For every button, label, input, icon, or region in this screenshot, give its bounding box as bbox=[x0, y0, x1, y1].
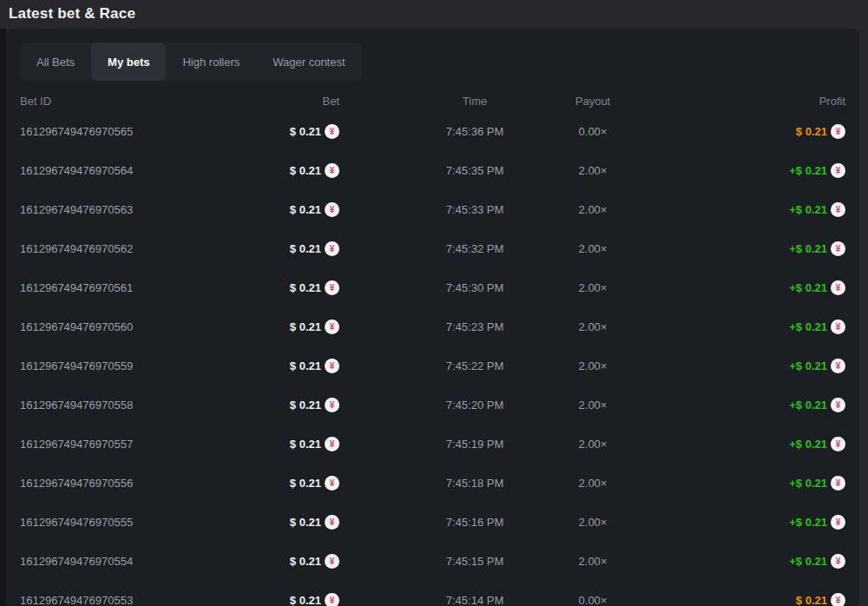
profit-amount: +$ 0.21 bbox=[789, 281, 827, 294]
jpy-coin-icon: ¥ bbox=[831, 554, 845, 569]
table-row[interactable]: 161296749476970558 $ 0.21 ¥ 7:45:20 PM 2… bbox=[20, 385, 845, 425]
jpy-coin-icon: ¥ bbox=[831, 476, 845, 491]
cell-profit: +$ 0.21 ¥ bbox=[654, 385, 845, 425]
jpy-coin-icon: ¥ bbox=[831, 241, 845, 256]
profit-amount: +$ 0.21 bbox=[789, 203, 827, 216]
page-left-edge bbox=[0, 29, 6, 606]
jpy-coin-icon: ¥ bbox=[831, 280, 845, 295]
table-row[interactable]: 161296749476970560 $ 0.21 ¥ 7:45:23 PM 2… bbox=[20, 307, 845, 346]
profit-amount: +$ 0.21 bbox=[789, 164, 827, 177]
bet-amount: $ 0.21 bbox=[290, 477, 321, 490]
profit-amount: +$ 0.21 bbox=[789, 555, 827, 568]
cell-bet-id: 161296749476970554 bbox=[20, 542, 237, 581]
jpy-coin-icon: ¥ bbox=[831, 359, 845, 373]
table-body: 161296749476970565 $ 0.21 ¥ 7:45:36 PM 0… bbox=[20, 112, 845, 606]
cell-bet: $ 0.21 ¥ bbox=[242, 190, 339, 229]
cell-payout: 2.00× bbox=[532, 307, 654, 346]
jpy-coin-icon: ¥ bbox=[325, 554, 339, 569]
table-row[interactable]: 161296749476970562 $ 0.21 ¥ 7:45:32 PM 2… bbox=[20, 229, 845, 268]
profit-amount: +$ 0.21 bbox=[789, 359, 827, 372]
cell-payout: 0.00× bbox=[532, 112, 654, 151]
jpy-coin-icon: ¥ bbox=[325, 280, 339, 295]
table-row[interactable]: 161296749476970559 $ 0.21 ¥ 7:45:22 PM 2… bbox=[20, 346, 845, 385]
bet-amount: $ 0.21 bbox=[290, 399, 321, 412]
cell-profit: +$ 0.21 ¥ bbox=[654, 190, 845, 229]
cell-payout: 2.00× bbox=[532, 385, 654, 425]
cell-bet-id: 161296749476970561 bbox=[20, 268, 237, 307]
cell-bet: $ 0.21 ¥ bbox=[242, 307, 339, 346]
cell-bet-id: 161296749476970557 bbox=[20, 425, 237, 464]
jpy-coin-icon: ¥ bbox=[831, 202, 845, 217]
profit-amount: $ 0.21 bbox=[796, 125, 827, 138]
cell-payout: 2.00× bbox=[532, 503, 654, 542]
table-row[interactable]: 161296749476970564 $ 0.21 ¥ 7:45:35 PM 2… bbox=[20, 151, 845, 190]
bet-amount: $ 0.21 bbox=[290, 203, 321, 216]
table-row[interactable]: 161296749476970563 $ 0.21 ¥ 7:45:33 PM 2… bbox=[20, 190, 845, 229]
cell-payout: 2.00× bbox=[532, 229, 654, 268]
jpy-coin-icon: ¥ bbox=[325, 319, 339, 334]
table-row[interactable]: 161296749476970556 $ 0.21 ¥ 7:45:18 PM 2… bbox=[20, 464, 845, 503]
bet-amount: $ 0.21 bbox=[290, 320, 321, 333]
page-title: Latest bet & Race bbox=[0, 0, 868, 23]
bet-amount: $ 0.21 bbox=[290, 594, 321, 606]
jpy-coin-icon: ¥ bbox=[325, 398, 339, 412]
header-bet: Bet bbox=[242, 89, 354, 112]
cell-profit: +$ 0.21 ¥ bbox=[654, 503, 845, 542]
header-profit: Profit bbox=[654, 89, 845, 112]
table-header-row: Bet ID Bet Time Payout Profit bbox=[20, 89, 845, 112]
jpy-coin-icon: ¥ bbox=[831, 163, 845, 178]
jpy-coin-icon: ¥ bbox=[325, 202, 339, 217]
bet-amount: $ 0.21 bbox=[290, 438, 321, 451]
bet-amount: $ 0.21 bbox=[290, 516, 321, 529]
cell-payout: 2.00× bbox=[532, 542, 654, 581]
jpy-coin-icon: ¥ bbox=[325, 476, 339, 491]
jpy-coin-icon: ¥ bbox=[831, 319, 845, 334]
cell-profit: +$ 0.21 ¥ bbox=[654, 464, 845, 503]
cell-profit: +$ 0.21 ¥ bbox=[654, 268, 845, 307]
table-row[interactable]: 161296749476970557 $ 0.21 ¥ 7:45:19 PM 2… bbox=[20, 425, 845, 464]
cell-bet-id: 161296749476970559 bbox=[20, 346, 237, 385]
cell-bet-id: 161296749476970562 bbox=[20, 229, 237, 268]
tab-my-bets[interactable]: My bets bbox=[91, 43, 166, 81]
tab-high-rollers[interactable]: High rollers bbox=[166, 43, 256, 81]
table-row[interactable]: 161296749476970553 $ 0.21 ¥ 7:45:14 PM 0… bbox=[20, 581, 845, 606]
cell-payout: 2.00× bbox=[532, 464, 654, 503]
cell-payout: 2.00× bbox=[532, 268, 654, 307]
cell-bet: $ 0.21 ¥ bbox=[242, 385, 339, 425]
bet-amount: $ 0.21 bbox=[290, 242, 321, 255]
tab-all-bets[interactable]: All Bets bbox=[20, 43, 91, 81]
cell-bet: $ 0.21 ¥ bbox=[242, 268, 339, 307]
bet-amount: $ 0.21 bbox=[290, 281, 321, 294]
profit-amount: +$ 0.21 bbox=[789, 242, 827, 255]
jpy-coin-icon: ¥ bbox=[325, 241, 339, 256]
cell-profit: $ 0.21 ¥ bbox=[654, 581, 845, 606]
cell-bet: $ 0.21 ¥ bbox=[242, 542, 339, 581]
cell-bet: $ 0.21 ¥ bbox=[242, 346, 339, 385]
cell-bet-id: 161296749476970565 bbox=[20, 112, 237, 151]
profit-amount: +$ 0.21 bbox=[789, 516, 827, 529]
jpy-coin-icon: ¥ bbox=[831, 515, 845, 530]
cell-bet: $ 0.21 ¥ bbox=[242, 581, 339, 606]
bets-card: All Bets My bets High rollers Wager cont… bbox=[6, 29, 859, 606]
cell-bet-id: 161296749476970556 bbox=[20, 464, 237, 503]
jpy-coin-icon: ¥ bbox=[325, 593, 339, 606]
header-payout: Payout bbox=[532, 89, 654, 112]
cell-bet-id: 161296749476970558 bbox=[20, 385, 237, 425]
cell-payout: 0.00× bbox=[532, 581, 654, 606]
cell-profit: $ 0.21 ¥ bbox=[654, 112, 845, 151]
table-row[interactable]: 161296749476970565 $ 0.21 ¥ 7:45:36 PM 0… bbox=[20, 112, 845, 151]
profit-amount: +$ 0.21 bbox=[789, 438, 827, 451]
tab-wager-contest[interactable]: Wager contest bbox=[256, 43, 361, 81]
cell-bet-id: 161296749476970553 bbox=[20, 581, 237, 606]
bets-tabs: All Bets My bets High rollers Wager cont… bbox=[20, 43, 362, 81]
cell-profit: +$ 0.21 ¥ bbox=[654, 346, 845, 385]
bet-amount: $ 0.21 bbox=[290, 125, 321, 138]
jpy-coin-icon: ¥ bbox=[831, 398, 845, 412]
table-row[interactable]: 161296749476970561 $ 0.21 ¥ 7:45:30 PM 2… bbox=[20, 268, 845, 307]
table-row[interactable]: 161296749476970555 $ 0.21 ¥ 7:45:16 PM 2… bbox=[20, 503, 845, 542]
table-row[interactable]: 161296749476970554 $ 0.21 ¥ 7:45:15 PM 2… bbox=[20, 542, 845, 581]
cell-bet: $ 0.21 ¥ bbox=[242, 151, 339, 190]
cell-bet-id: 161296749476970560 bbox=[20, 307, 237, 346]
jpy-coin-icon: ¥ bbox=[325, 359, 339, 373]
profit-amount: +$ 0.21 bbox=[789, 477, 827, 490]
